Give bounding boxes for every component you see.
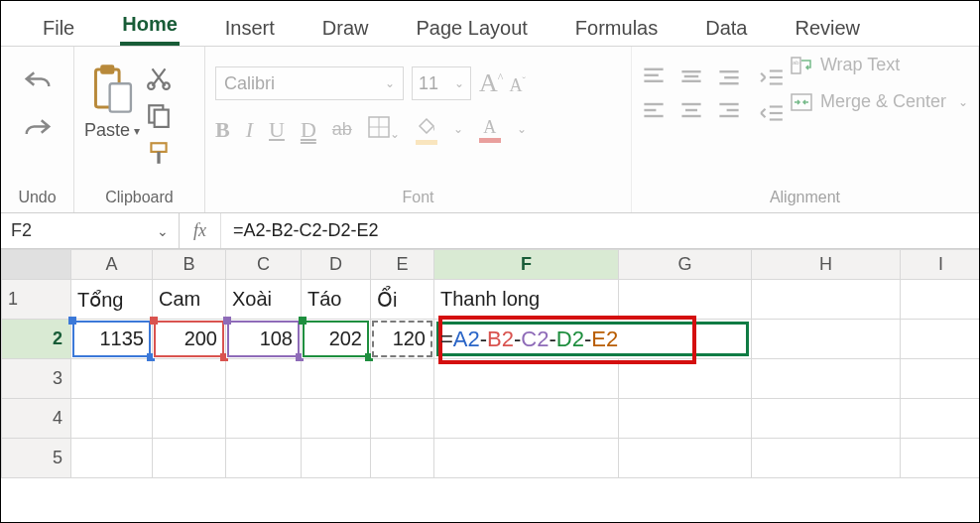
cell-I2[interactable] xyxy=(901,320,981,359)
formula-bar: F2 ⌄ fx =A2-B2-C2-D2-E2 xyxy=(1,213,979,249)
row-2: 2 1135 200 108 202 120 =A2-B2-C2-D2-E2 xyxy=(2,320,981,359)
cell-F2-editing[interactable]: =A2-B2-C2-D2-E2 xyxy=(434,320,752,359)
cell-C1[interactable]: Xoài xyxy=(226,280,302,320)
font-size-select[interactable]: 11⌄ xyxy=(412,66,471,100)
tab-review[interactable]: Review xyxy=(793,11,862,46)
col-G[interactable]: G xyxy=(619,250,752,280)
increase-indent-button[interactable] xyxy=(759,102,785,128)
font-color-button[interactable]: A xyxy=(479,117,501,143)
tab-file[interactable]: File xyxy=(41,11,76,46)
wrap-text-button[interactable]: ab Wrap Text xyxy=(791,55,968,75)
align-top-button[interactable] xyxy=(642,66,670,92)
cell-I1[interactable] xyxy=(901,280,981,320)
svg-point-4 xyxy=(163,82,170,89)
select-all[interactable] xyxy=(2,250,71,280)
col-C[interactable]: C xyxy=(226,250,302,280)
redo-button[interactable] xyxy=(23,116,53,146)
align-bottom-button[interactable] xyxy=(717,66,745,92)
rowhdr-4[interactable]: 4 xyxy=(2,399,71,439)
group-label-clipboard: Clipboard xyxy=(84,187,194,208)
group-label-undo: Undo xyxy=(11,187,63,208)
svg-text:ab: ab xyxy=(793,60,799,65)
copy-button[interactable] xyxy=(146,102,172,132)
group-label-alignment: Alignment xyxy=(642,187,968,208)
column-headers: A B C D E F G H I xyxy=(2,250,981,280)
fx-button[interactable]: fx xyxy=(180,213,221,248)
cell-D2[interactable]: 202 xyxy=(302,320,371,359)
italic-button[interactable]: I xyxy=(246,117,253,143)
tab-insert[interactable]: Insert xyxy=(223,11,277,46)
cell-B1[interactable]: Cam xyxy=(153,280,226,320)
cell-G1[interactable] xyxy=(619,280,752,320)
strikethrough-button[interactable]: ab xyxy=(332,119,352,140)
col-A[interactable]: A xyxy=(71,250,153,280)
cell-E2[interactable]: 120 xyxy=(371,320,434,359)
cell-H2[interactable] xyxy=(752,320,901,359)
col-F[interactable]: F xyxy=(434,250,619,280)
row-5: 5 xyxy=(2,439,981,478)
row-3: 3 xyxy=(2,359,981,399)
cut-button[interactable] xyxy=(146,65,172,94)
rowhdr-3[interactable]: 3 xyxy=(2,359,71,399)
tab-data[interactable]: Data xyxy=(703,11,749,46)
svg-rect-1 xyxy=(100,65,114,73)
col-B[interactable]: B xyxy=(153,250,226,280)
group-label-font: Font xyxy=(215,187,621,208)
rowhdr-2[interactable]: 2 xyxy=(2,320,71,359)
cell-H1[interactable] xyxy=(752,280,901,320)
fill-color-button[interactable] xyxy=(416,114,437,145)
rowhdr-1[interactable]: 1 xyxy=(2,280,71,320)
chevron-down-icon: ⌄ xyxy=(157,223,169,239)
cell-A1[interactable]: Tổng xyxy=(71,280,153,320)
cell-A2[interactable]: 1135 xyxy=(71,320,153,359)
underline-button[interactable]: U xyxy=(269,117,285,143)
align-center-button[interactable] xyxy=(679,100,707,126)
grow-shrink-font[interactable]: A^Aˇ xyxy=(479,68,526,98)
decrease-indent-button[interactable] xyxy=(759,66,785,92)
tab-home[interactable]: Home xyxy=(120,7,180,46)
col-H[interactable]: H xyxy=(752,250,901,280)
name-box[interactable]: F2 ⌄ xyxy=(1,213,180,248)
tab-draw[interactable]: Draw xyxy=(320,11,371,46)
cell-D1[interactable]: Táo xyxy=(302,280,371,320)
format-painter-button[interactable] xyxy=(146,140,172,170)
tab-formulas[interactable]: Formulas xyxy=(573,11,660,46)
chevron-down-icon: ⌄ xyxy=(385,76,395,90)
ribbon-tabs: File Home Insert Draw Page Layout Formul… xyxy=(1,1,979,47)
svg-point-3 xyxy=(148,82,155,89)
paste-button[interactable]: Paste▾ xyxy=(84,63,140,141)
col-E[interactable]: E xyxy=(371,250,434,280)
merge-center-button[interactable]: Merge & Center⌄ xyxy=(791,91,968,112)
row-1: 1 Tổng Cam Xoài Táo Ổi Thanh long xyxy=(2,280,981,320)
paste-icon xyxy=(88,63,136,118)
ribbon: Undo Paste▾ Clipboard Calibri⌄ 11⌄ A^Aˇ xyxy=(1,47,979,213)
chevron-down-icon: ⌄ xyxy=(958,95,968,109)
chevron-down-icon: ▾ xyxy=(134,124,140,138)
undo-button[interactable] xyxy=(23,68,53,98)
svg-rect-7 xyxy=(151,143,166,152)
col-I[interactable]: I xyxy=(901,250,981,280)
align-left-button[interactable] xyxy=(642,100,670,126)
align-middle-button[interactable] xyxy=(679,66,707,92)
svg-rect-2 xyxy=(110,83,131,111)
formula-input[interactable]: =A2-B2-C2-D2-E2 xyxy=(221,220,379,241)
paste-label: Paste xyxy=(84,120,130,141)
cell-E1[interactable]: Ổi xyxy=(371,280,434,320)
bold-button[interactable]: B xyxy=(215,117,230,143)
tab-page-layout[interactable]: Page Layout xyxy=(415,11,530,46)
double-underline-button[interactable]: D xyxy=(301,117,316,143)
worksheet[interactable]: A B C D E F G H I 1 Tổng Cam Xoài Táo Ổi… xyxy=(1,249,979,478)
chevron-down-icon: ⌄ xyxy=(454,76,464,90)
col-D[interactable]: D xyxy=(302,250,371,280)
svg-rect-6 xyxy=(155,110,169,127)
borders-button[interactable]: ⌄ xyxy=(368,116,400,144)
cell-F1[interactable]: Thanh long xyxy=(434,280,619,320)
font-name-select[interactable]: Calibri⌄ xyxy=(215,66,404,100)
cell-B2[interactable]: 200 xyxy=(153,320,226,359)
rowhdr-5[interactable]: 5 xyxy=(2,439,71,478)
align-right-button[interactable] xyxy=(717,100,745,126)
row-4: 4 xyxy=(2,399,981,439)
cell-C2[interactable]: 108 xyxy=(226,320,302,359)
